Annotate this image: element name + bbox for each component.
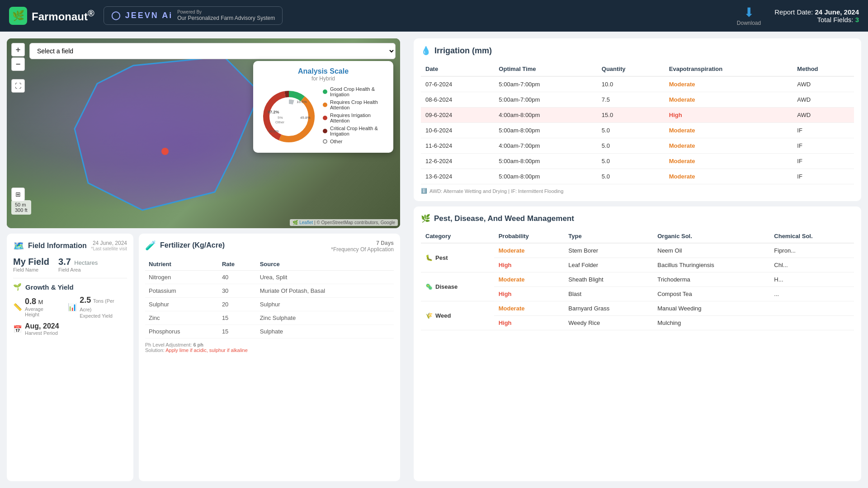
pest-title: 🌿 Pest, Disease, And Weed Management — [421, 214, 854, 223]
fertilizer-title: 🧪 Fertilizer (Kg/Acre) — [145, 240, 225, 251]
pest-tbody: 🐛 Pest Moderate Stem Borer Neem Oil Fipr… — [421, 243, 854, 330]
field-stats: My Field Field Name 3.7 Hectares Field A… — [13, 257, 127, 272]
pest-chemical — [769, 301, 854, 316]
fert-rate: 20 — [218, 298, 256, 311]
analysis-scale-title: Analysis Scale — [259, 67, 387, 75]
th-nutrient: Nutrient — [145, 258, 218, 271]
fullscreen-button[interactable]: ⛶ — [11, 79, 25, 93]
field-select[interactable]: Select a field — [29, 43, 396, 59]
table-row: Potassium 30 Muriate Of Potash, Basal — [145, 284, 394, 298]
th-organic: Organic Sol. — [653, 230, 769, 243]
irrigation-table: Date Optimal Time Quantity Evapotranspir… — [421, 62, 854, 184]
th-method: Method — [793, 62, 854, 76]
fert-nutrient: Zinc — [145, 311, 218, 325]
irr-qty: 10.0 — [597, 76, 665, 92]
legend-irrigation-attention: Requires Irrigation Attention — [323, 113, 387, 123]
irrigation-panel: 💧 Irrigation (mm) Date Optimal Time Quan… — [414, 38, 861, 201]
irrigation-title: 💧 Irrigation (mm) — [421, 46, 854, 56]
pest-header-row: Category Probability Type Organic Sol. C… — [421, 230, 854, 243]
irr-time: 4:00am-7:00pm — [494, 138, 597, 154]
irr-time: 4:00am-8:00pm — [494, 108, 597, 123]
th-rate: Rate — [218, 258, 256, 271]
irr-evap: High — [665, 108, 793, 123]
svg-marker-0 — [75, 56, 260, 210]
zoom-out-button[interactable]: − — [11, 57, 25, 71]
irr-evap: Moderate — [665, 76, 793, 92]
height-icon: 📏 — [13, 303, 22, 311]
farmonaut-logo-icon: 🌿 — [9, 7, 27, 25]
pest-prob: High — [494, 316, 564, 330]
logo-text: Farmonaut® — [32, 8, 94, 23]
map-field-select-wrapper: Select a field — [29, 43, 396, 59]
growth-header: 🌱 Growth & Yield — [13, 283, 127, 291]
header: 🌿 Farmonaut® ◯ JEEVN Ai Powered By Our P… — [0, 0, 868, 32]
pest-type: Blast — [564, 287, 653, 301]
avg-height-stat: 📏 0.8 M Average Height — [13, 296, 59, 319]
svg-text:40.8%: 40.8% — [269, 129, 279, 133]
fert-source: Urea, Split — [256, 271, 394, 284]
pest-type: Barnyard Grass — [564, 301, 653, 316]
bottom-panels: 🗺️ Field Information 24 June, 2024 *Last… — [7, 234, 400, 481]
legend-dot-good — [323, 89, 327, 94]
fert-source: Sulphur — [256, 298, 394, 311]
pest-category: 🦠 Disease — [421, 272, 494, 301]
table-row: 09-6-2024 4:00am-8:00pm 15.0 High AWD — [421, 108, 854, 123]
info-icon: ℹ️ — [421, 188, 427, 194]
pest-panel: 🌿 Pest, Disease, And Weed Management Cat… — [414, 206, 861, 481]
fertilizer-icon: 🧪 — [145, 240, 156, 251]
calendar-icon: 📅 — [13, 325, 22, 333]
donut-chart: 97.2% 10.5% 45.8% 40.8% 5% Other — [259, 87, 318, 146]
table-row: 12-6-2024 5:00am-8:00pm 5.0 Moderate IF — [421, 154, 854, 169]
left-panel: + − ⛶ ⊞ Select a field 50 m 300 ft — [0, 32, 407, 488]
irr-qty: 5.0 — [597, 154, 665, 169]
table-row: 🌾 Weed Moderate Barnyard Grass Manual We… — [421, 301, 854, 316]
cat-icon: 🌾 — [425, 312, 433, 319]
map-scale: 50 m 300 ft — [11, 200, 31, 215]
layers-button[interactable]: ⊞ — [11, 188, 25, 201]
fertilizer-thead: Nutrient Rate Source — [145, 258, 394, 271]
irrigation-tbody: 07-6-2024 5:00am-7:00pm 10.0 Moderate AW… — [421, 76, 854, 184]
irr-evap: Moderate — [665, 92, 793, 108]
yield-icon: 📊 — [68, 303, 77, 311]
yield-stat: 📊 2.5 Tons (Per Acre) Expected Yield — [68, 296, 127, 319]
download-button[interactable]: ⬇ Download — [737, 5, 761, 26]
cat-icon: 🐛 — [425, 254, 433, 261]
pest-prob: High — [494, 258, 564, 272]
pest-organic: Compost Tea — [653, 287, 769, 301]
irr-method: AWD — [793, 92, 854, 108]
irr-qty: 7.5 — [597, 92, 665, 108]
legend-dot-other — [323, 139, 327, 144]
field-icon: 🗺️ — [13, 240, 24, 251]
irr-date: 12-6-2024 — [421, 154, 494, 169]
main-content: + − ⛶ ⊞ Select a field 50 m 300 ft — [0, 32, 868, 488]
jeevn-logo: ◯ JEEVN Ai — [111, 10, 173, 20]
legend-dot-irr — [323, 116, 327, 120]
pest-prob: High — [494, 287, 564, 301]
th-chemical: Chemical Sol. — [769, 230, 854, 243]
growth-stats: 📏 0.8 M Average Height 📊 — [13, 296, 127, 319]
pest-chemical: Fipron... — [769, 243, 854, 258]
svg-text:45.8%: 45.8% — [300, 116, 311, 120]
fert-nutrient: Potassium — [145, 284, 218, 298]
th-quantity: Quantity — [597, 62, 665, 76]
map-container[interactable]: + − ⛶ ⊞ Select a field 50 m 300 ft — [7, 38, 400, 228]
pest-organic: Manual Weeding — [653, 301, 769, 316]
zoom-in-button[interactable]: + — [11, 43, 25, 56]
irr-date: 08-6-2024 — [421, 92, 494, 108]
logo-area: 🌿 Farmonaut® — [9, 7, 94, 25]
irrigation-thead: Date Optimal Time Quantity Evapotranspir… — [421, 62, 854, 76]
fert-nutrient: Sulphur — [145, 298, 218, 311]
irr-evap: Moderate — [665, 169, 793, 184]
analysis-scale-popup: Analysis Scale for Hybrid — [253, 61, 393, 153]
irr-evap: Moderate — [665, 154, 793, 169]
legend-dot-critical — [323, 129, 327, 133]
irr-date: 13-6-2024 — [421, 169, 494, 184]
svg-text:97.2%: 97.2% — [268, 110, 279, 114]
svg-text:Other: Other — [275, 120, 284, 124]
analysis-scale-subtitle: for Hybrid — [259, 75, 387, 82]
fert-source: Zinc Sulphate — [256, 311, 394, 325]
jeevn-banner: ◯ JEEVN Ai Powered By Our Personalized F… — [104, 6, 283, 24]
pest-chemical: Chl... — [769, 258, 854, 272]
th-source: Source — [256, 258, 394, 271]
analysis-legend: Good Crop Health & Irrigation Requires C… — [323, 86, 387, 146]
